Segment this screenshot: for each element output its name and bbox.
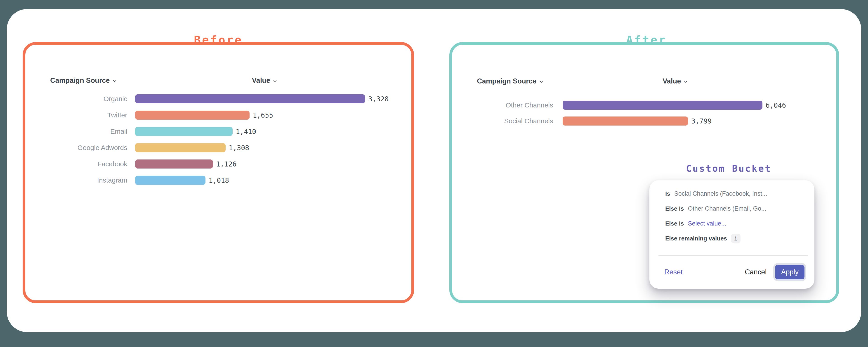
table-row: Google Adwords 1,308 xyxy=(50,140,407,156)
bucket-rule-row: Else Is Select value... xyxy=(665,216,806,231)
value-bar[interactable] xyxy=(563,116,688,125)
value-label: 3,799 xyxy=(691,117,712,125)
column-header-label: Campaign Source xyxy=(50,77,110,85)
chevron-down-icon xyxy=(683,79,688,84)
value-label: 1,308 xyxy=(229,144,249,152)
value-bar[interactable] xyxy=(563,101,763,110)
column-header-label: Value xyxy=(663,77,681,85)
value-label: 6,046 xyxy=(766,102,786,109)
before-table: Campaign Source Value Organic 3,328 Twit… xyxy=(50,75,407,189)
rule-value[interactable]: Social Channels (Facebook, Inst... xyxy=(674,190,767,197)
table-row: Organic 3,328 xyxy=(50,91,407,107)
value-bar[interactable] xyxy=(135,160,213,169)
reset-button[interactable]: Reset xyxy=(664,268,683,276)
custom-bucket-dialog: Is Social Channels (Facebook, Inst... El… xyxy=(649,180,814,289)
column-header-value[interactable]: Value xyxy=(252,77,278,85)
column-header-label: Campaign Source xyxy=(477,77,537,85)
row-label: Other Channels xyxy=(477,102,553,109)
bucket-rule-row: Else Is Other Channels (Email, Go... xyxy=(665,201,806,216)
dialog-divider xyxy=(658,255,808,256)
value-bar[interactable] xyxy=(135,127,232,136)
chevron-down-icon xyxy=(539,79,544,84)
value-label: 1,126 xyxy=(216,160,237,168)
after-table-header: Campaign Source Value xyxy=(477,75,834,87)
value-bar[interactable] xyxy=(135,143,225,152)
column-header-campaign-source[interactable]: Campaign Source xyxy=(477,77,544,85)
row-label: Google Adwords xyxy=(50,144,127,151)
value-label: 1,410 xyxy=(236,127,256,136)
comparison-card: Before After Campaign Source Value Organ… xyxy=(7,9,861,332)
table-row: Social Channels 3,799 xyxy=(477,113,834,129)
bucket-rules-list: Is Social Channels (Facebook, Inst... El… xyxy=(665,186,806,246)
rule-operator: Else Is xyxy=(665,220,684,227)
row-label: Instagram xyxy=(50,176,127,184)
cancel-button[interactable]: Cancel xyxy=(745,268,767,276)
value-bar[interactable] xyxy=(135,111,250,120)
before-table-header: Campaign Source Value xyxy=(50,75,407,86)
chevron-down-icon xyxy=(273,79,278,84)
rule-value[interactable]: Other Channels (Email, Go... xyxy=(688,205,766,212)
bucket-rule-row: Is Social Channels (Facebook, Inst... xyxy=(665,186,806,201)
value-label: 1,655 xyxy=(253,111,273,119)
row-label: Twitter xyxy=(50,111,127,119)
dialog-footer: Reset Cancel Apply xyxy=(664,264,804,280)
table-row: Other Channels 6,046 xyxy=(477,97,834,113)
chevron-down-icon xyxy=(112,79,117,84)
custom-bucket-title: Custom Bucket xyxy=(686,163,772,174)
table-row: Email 1,410 xyxy=(50,123,407,140)
after-table: Campaign Source Value Other Channels 6,0… xyxy=(477,75,834,129)
column-header-value[interactable]: Value xyxy=(663,77,688,85)
column-header-label: Value xyxy=(252,77,270,85)
value-label: 3,328 xyxy=(368,95,389,103)
row-label: Organic xyxy=(50,95,127,103)
value-bar[interactable] xyxy=(135,94,365,104)
row-label: Facebook xyxy=(50,160,127,168)
row-label: Social Channels xyxy=(477,117,553,125)
table-row: Twitter 1,655 xyxy=(50,107,407,123)
table-row: Instagram 1,018 xyxy=(50,172,407,189)
value-label: 1,018 xyxy=(209,176,229,184)
bucket-rule-row: Else remaining values i xyxy=(665,231,806,246)
row-label: Email xyxy=(50,127,127,135)
rule-operator: Else Is xyxy=(665,205,684,212)
rule-operator: Is xyxy=(665,190,670,197)
value-bar[interactable] xyxy=(135,176,206,185)
select-value-link[interactable]: Select value... xyxy=(688,220,726,227)
apply-button[interactable]: Apply xyxy=(775,265,804,279)
column-header-campaign-source[interactable]: Campaign Source xyxy=(50,77,117,85)
rule-operator: Else remaining values xyxy=(665,235,727,242)
info-icon[interactable]: i xyxy=(731,234,741,243)
table-row: Facebook 1,126 xyxy=(50,156,407,172)
